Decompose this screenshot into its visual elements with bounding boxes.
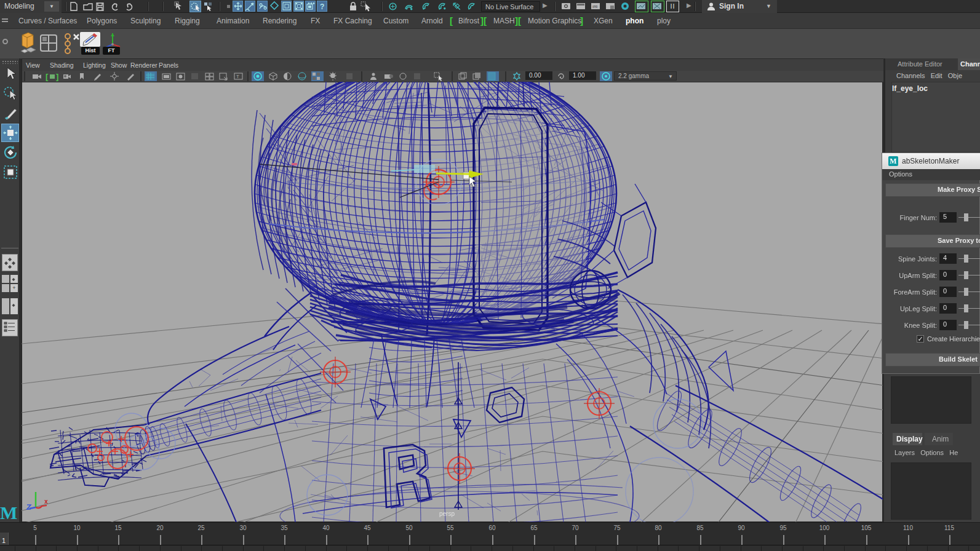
svg-text:T: T [236,74,239,79]
svg-text:?: ? [320,2,324,11]
svg-text:]: ] [56,72,58,81]
svg-text:[: [ [46,72,49,81]
svg-text:IPR: IPR [592,5,598,9]
